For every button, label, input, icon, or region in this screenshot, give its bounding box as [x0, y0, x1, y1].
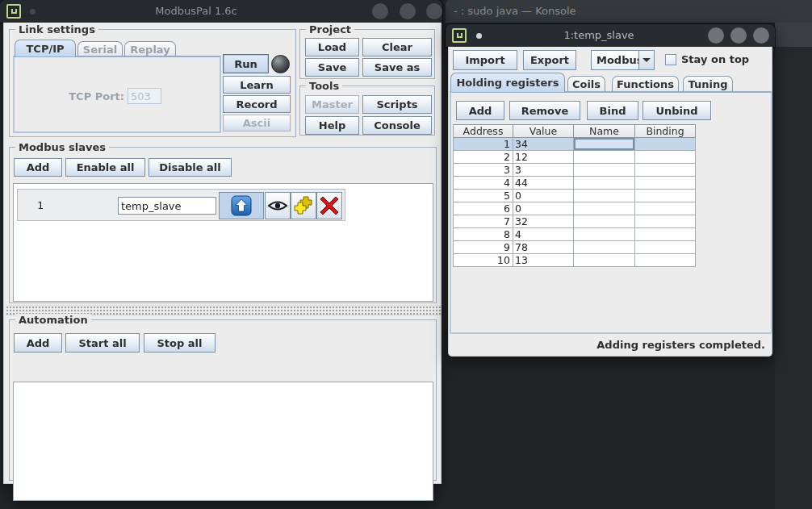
slave-row[interactable]: 1: [17, 189, 345, 221]
register-cell-address[interactable]: 9: [454, 241, 513, 254]
slave-delete-button[interactable]: [316, 192, 342, 219]
tab-tuning[interactable]: Tuning: [683, 76, 733, 92]
column-header-value[interactable]: Value: [513, 124, 574, 138]
import-button[interactable]: Import: [453, 50, 517, 70]
register-cell-name[interactable]: [574, 164, 635, 177]
export-button[interactable]: Export: [523, 50, 576, 70]
slave-view-button[interactable]: [265, 192, 291, 219]
minimize-button[interactable]: [708, 27, 724, 44]
enable-all-button[interactable]: Enable all: [65, 158, 145, 177]
register-cell-binding[interactable]: [635, 202, 696, 215]
stay-on-top-checkbox[interactable]: [665, 54, 676, 65]
register-cell-binding[interactable]: [635, 190, 696, 202]
add-automation-button[interactable]: Add: [14, 333, 62, 353]
register-cell-name[interactable]: [574, 138, 635, 151]
register-cell-binding[interactable]: [635, 254, 696, 267]
register-row[interactable]: 33: [454, 164, 696, 177]
register-cell-binding[interactable]: [635, 228, 696, 241]
tab-holding-registers[interactable]: Holding registers: [450, 73, 565, 92]
register-cell-binding[interactable]: [635, 177, 696, 190]
record-button[interactable]: Record: [223, 95, 291, 113]
register-cell-name[interactable]: [574, 254, 635, 267]
register-cell-name[interactable]: [574, 215, 635, 228]
register-cell-value[interactable]: 3: [513, 164, 574, 177]
maximize-button[interactable]: [400, 3, 416, 19]
register-cell-value[interactable]: 12: [513, 151, 574, 164]
register-cell-value[interactable]: 32: [513, 215, 574, 228]
register-cell-address[interactable]: 10: [454, 254, 513, 267]
konsole-titlebar[interactable]: - : sudo java — Konsole: [446, 0, 812, 23]
register-cell-address[interactable]: 5: [454, 190, 513, 202]
register-cell-binding[interactable]: [635, 164, 696, 177]
dropdown-arrow-icon[interactable]: [638, 50, 655, 70]
register-cell-name[interactable]: [574, 190, 635, 202]
register-cell-name[interactable]: [574, 241, 635, 254]
register-cell-address[interactable]: 1: [454, 138, 513, 151]
learn-button[interactable]: Learn: [223, 76, 291, 94]
bind-button[interactable]: Bind: [587, 101, 638, 120]
disable-all-button[interactable]: Disable all: [149, 158, 232, 177]
register-cell-value[interactable]: 34: [513, 138, 574, 151]
register-cell-name[interactable]: [574, 151, 635, 164]
slave-titlebar[interactable]: 1:temp_slave: [446, 24, 775, 47]
unbind-button[interactable]: Unbind: [642, 101, 711, 120]
register-cell-value[interactable]: 13: [513, 254, 574, 267]
tab-coils[interactable]: Coils: [567, 76, 605, 92]
modbuspal-titlebar[interactable]: ModbusPal 1.6c: [0, 0, 442, 23]
console-button[interactable]: Console: [362, 116, 432, 135]
register-cell-binding[interactable]: [635, 215, 696, 228]
tab-tcpip[interactable]: TCP/IP: [15, 40, 76, 56]
scripts-button[interactable]: Scripts: [362, 95, 432, 114]
stop-all-button[interactable]: Stop all: [144, 333, 216, 353]
register-cell-address[interactable]: 8: [454, 228, 513, 241]
register-row[interactable]: 60: [454, 202, 696, 215]
register-row[interactable]: 50: [454, 190, 696, 202]
register-cell-name[interactable]: [574, 228, 635, 241]
minimize-button[interactable]: [372, 3, 388, 19]
register-row[interactable]: 84: [454, 228, 696, 241]
register-cell-value[interactable]: 78: [513, 241, 574, 254]
save-as-button[interactable]: Save as: [362, 58, 432, 77]
register-row[interactable]: 134: [454, 138, 696, 151]
register-row[interactable]: 212: [454, 151, 696, 164]
maximize-button[interactable]: [730, 27, 747, 44]
run-button[interactable]: Run: [223, 54, 269, 73]
help-button[interactable]: Help: [305, 116, 359, 135]
register-row[interactable]: 732: [454, 215, 696, 228]
remove-register-button[interactable]: Remove: [509, 101, 580, 120]
tab-replay[interactable]: Replay: [124, 41, 176, 56]
register-cell-binding[interactable]: [635, 241, 696, 254]
column-header-address[interactable]: Address: [454, 124, 513, 138]
add-slave-button[interactable]: Add: [14, 158, 62, 177]
register-cell-address[interactable]: 3: [454, 164, 513, 177]
register-cell-binding[interactable]: [635, 138, 696, 151]
save-button[interactable]: Save: [305, 58, 359, 77]
register-cell-address[interactable]: 6: [454, 202, 513, 215]
register-cell-address[interactable]: 7: [454, 215, 513, 228]
slave-name-input[interactable]: [118, 197, 216, 215]
register-cell-address[interactable]: 2: [454, 151, 513, 164]
tab-functions[interactable]: Functions: [612, 76, 679, 92]
mode-combo[interactable]: Modbus: [591, 50, 655, 70]
register-cell-value[interactable]: 4: [513, 228, 574, 241]
tcp-port-input[interactable]: [128, 88, 161, 104]
register-cell-name[interactable]: [574, 177, 635, 190]
tab-serial[interactable]: Serial: [77, 41, 123, 56]
register-row[interactable]: 1013: [454, 254, 696, 267]
register-cell-binding[interactable]: [635, 151, 696, 164]
load-button[interactable]: Load: [305, 38, 359, 56]
column-header-binding[interactable]: Binding: [635, 124, 696, 138]
register-row[interactable]: 444: [454, 177, 696, 190]
slave-add-register-button[interactable]: [291, 192, 316, 219]
register-cell-value[interactable]: 44: [513, 177, 574, 190]
register-cell-value[interactable]: 0: [513, 190, 574, 202]
close-button[interactable]: [753, 27, 769, 44]
add-register-button[interactable]: Add: [456, 101, 504, 120]
register-cell-name[interactable]: [574, 202, 635, 215]
register-cell-address[interactable]: 4: [454, 177, 513, 190]
clear-button[interactable]: Clear: [362, 38, 432, 56]
slave-enable-toggle[interactable]: [219, 192, 264, 219]
start-all-button[interactable]: Start all: [65, 333, 140, 353]
close-button[interactable]: [426, 3, 442, 19]
register-row[interactable]: 978: [454, 241, 696, 254]
